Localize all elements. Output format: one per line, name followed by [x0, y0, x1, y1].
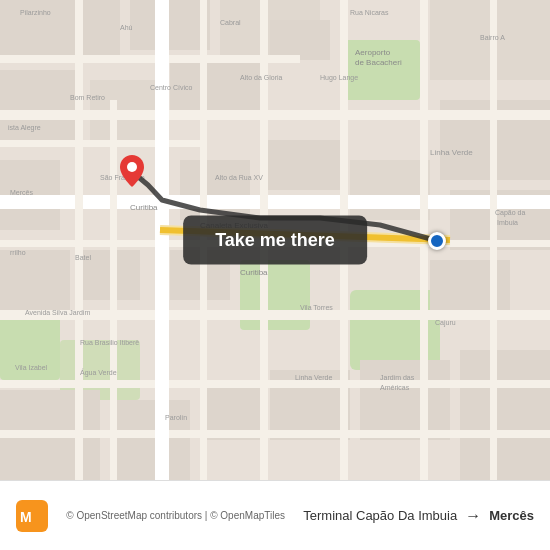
svg-rect-25 — [110, 400, 190, 480]
svg-text:Américas: Américas — [380, 384, 410, 391]
svg-rect-45 — [110, 100, 117, 480]
svg-text:Jardim das: Jardim das — [380, 374, 415, 381]
destination-marker — [120, 155, 144, 187]
svg-text:Cabral: Cabral — [220, 19, 241, 26]
svg-text:Hugo Lange: Hugo Lange — [320, 74, 358, 82]
svg-text:Ahú: Ahú — [120, 24, 133, 31]
map-container: Canaleta Exclusiva Pilarzinho Ahú Cabral… — [0, 0, 550, 480]
origin-marker — [428, 232, 446, 250]
svg-rect-18 — [350, 160, 430, 220]
svg-text:Rua Brasilio Itiberê: Rua Brasilio Itiberê — [80, 339, 139, 346]
svg-text:Parolín: Parolín — [165, 414, 187, 421]
svg-rect-38 — [155, 0, 169, 480]
arrow-icon: → — [465, 507, 481, 525]
svg-text:Mercês: Mercês — [10, 189, 33, 196]
svg-text:Vila Torres: Vila Torres — [300, 304, 333, 311]
svg-text:Cajuru: Cajuru — [435, 319, 456, 327]
svg-text:Pilarzinho: Pilarzinho — [20, 9, 51, 16]
svg-text:Vila Izabel: Vila Izabel — [15, 364, 48, 371]
svg-text:rrilho: rrilho — [10, 249, 26, 256]
svg-text:Imbuia: Imbuia — [497, 219, 518, 226]
svg-text:Alto da Rua XV: Alto da Rua XV — [215, 174, 263, 181]
svg-rect-39 — [75, 0, 83, 480]
svg-text:Linha Verde: Linha Verde — [295, 374, 332, 381]
svg-text:Centro Cívico: Centro Cívico — [150, 84, 193, 91]
svg-rect-7 — [130, 0, 210, 50]
svg-text:de Bacacheri: de Bacacheri — [355, 58, 402, 67]
svg-rect-28 — [360, 360, 450, 440]
svg-rect-34 — [0, 55, 300, 63]
svg-text:Batel: Batel — [75, 254, 91, 261]
svg-rect-20 — [0, 250, 70, 310]
bottom-bar: M © OpenStreetMap contributors | © OpenM… — [0, 480, 550, 550]
svg-text:M: M — [20, 509, 32, 525]
svg-text:Curitiba: Curitiba — [130, 203, 158, 212]
svg-text:ista Alegre: ista Alegre — [8, 124, 41, 132]
svg-text:Rua Nicaras: Rua Nicaras — [350, 9, 389, 16]
svg-point-81 — [127, 162, 137, 172]
svg-rect-17 — [260, 140, 340, 190]
from-label: Terminal Capão Da Imbuia — [303, 508, 457, 523]
to-label: Mercês — [489, 508, 534, 523]
bottom-left: M — [16, 500, 48, 532]
svg-rect-43 — [490, 0, 497, 480]
svg-text:Avenida Silva Jardim: Avenida Silva Jardim — [25, 309, 90, 316]
svg-text:Aeroporto: Aeroporto — [355, 48, 391, 57]
svg-text:Bairro A: Bairro A — [480, 34, 505, 41]
svg-rect-12 — [270, 20, 330, 60]
svg-text:Linha Verde: Linha Verde — [430, 148, 473, 157]
route-info: Terminal Capão Da Imbuia → Mercês — [303, 507, 534, 525]
attribution-text: © OpenStreetMap contributors | © OpenMap… — [66, 510, 285, 521]
svg-text:Água Verde: Água Verde — [80, 368, 117, 377]
svg-text:Curitiba: Curitiba — [240, 268, 268, 277]
moovit-icon: M — [16, 500, 48, 532]
take-me-there-button[interactable]: Take me there — [183, 216, 367, 265]
svg-text:Capão da: Capão da — [495, 209, 525, 217]
svg-rect-6 — [0, 0, 120, 60]
svg-text:Alto da Gloria: Alto da Gloria — [240, 74, 283, 81]
svg-rect-37 — [0, 140, 200, 147]
svg-rect-29 — [460, 350, 550, 480]
svg-text:Bom Retiro: Bom Retiro — [70, 94, 105, 101]
